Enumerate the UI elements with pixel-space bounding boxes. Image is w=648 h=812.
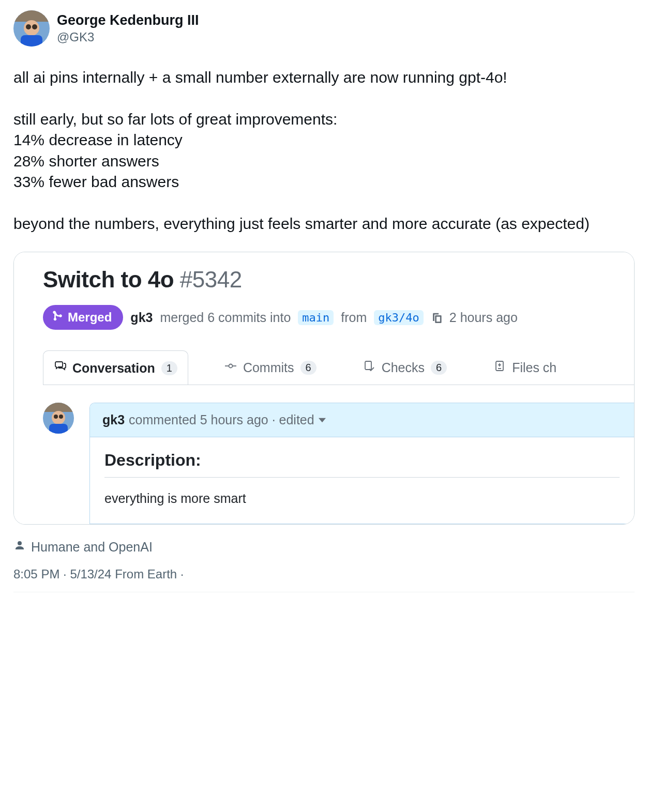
svg-rect-5	[21, 35, 42, 47]
tweet-line: 28% shorter answers	[13, 151, 635, 172]
comment-discussion-icon	[54, 360, 66, 376]
tweet-line: beyond the numbers, everything just feel…	[13, 213, 635, 235]
person-icon	[13, 539, 26, 555]
user-block: George Kedenburg III @GK3	[57, 12, 199, 45]
description-text: everything is more smart	[104, 491, 620, 506]
merged-label: Merged	[68, 310, 112, 325]
checklist-icon	[363, 360, 375, 375]
comment-box: gk3 commented 5 hours ago · edited Descr…	[89, 403, 634, 524]
tab-count: 1	[161, 361, 177, 375]
svg-point-6	[229, 364, 232, 368]
svg-rect-15	[43, 403, 74, 412]
comment-author[interactable]: gk3	[102, 412, 125, 427]
tab-count: 6	[300, 361, 317, 375]
svg-point-18	[59, 415, 63, 419]
tabs-row: Conversation 1 Commits 6 Checks 6	[43, 350, 634, 385]
embedded-card[interactable]: Switch to 4o #5342 Merged gk3 merged 6 c…	[13, 252, 635, 525]
tab-checks[interactable]: Checks 6	[353, 350, 458, 385]
tab-label: Files ch	[512, 360, 556, 375]
pr-title: Switch to 4o #5342	[43, 267, 634, 293]
tweet-line: 33% fewer bad answers	[13, 172, 635, 193]
svg-point-4	[32, 24, 37, 29]
tweet-line: still early, but so far lots of great im…	[13, 109, 635, 130]
comment-body: Description: everything is more smart	[90, 437, 634, 524]
tab-commits[interactable]: Commits 6	[214, 350, 327, 385]
display-name[interactable]: George Kedenburg III	[57, 12, 199, 29]
tweet-line: all ai pins internally + a small number …	[13, 67, 635, 88]
merged-time: 2 hours ago	[449, 310, 518, 325]
tab-files-changed[interactable]: Files ch	[483, 350, 567, 385]
pr-number: #5342	[180, 267, 242, 292]
from-label: from	[341, 310, 367, 325]
comment-area: gk3 commented 5 hours ago · edited Descr…	[43, 385, 634, 524]
base-branch[interactable]: main	[298, 310, 334, 325]
tab-label: Conversation	[72, 361, 155, 376]
tab-count: 6	[431, 361, 447, 375]
timestamp[interactable]: 8:05 PM · 5/13/24 From Earth ·	[13, 567, 635, 592]
description-heading: Description:	[104, 451, 620, 478]
comment-meta: commented 5 hours ago · edited	[129, 412, 314, 427]
svg-point-3	[26, 24, 31, 29]
copy-icon[interactable]	[431, 312, 442, 323]
merged-text: merged 6 commits into	[160, 310, 291, 325]
svg-point-16	[52, 411, 65, 424]
svg-rect-19	[49, 424, 68, 434]
pr-author[interactable]: gk3	[130, 310, 153, 325]
tweet-header: George Kedenburg III @GK3	[13, 10, 635, 47]
alt-text: Humane and OpenAI	[31, 540, 153, 555]
merged-badge: Merged	[43, 305, 123, 330]
handle[interactable]: @GK3	[57, 29, 199, 45]
tweet-line: 14% decrease in latency	[13, 130, 635, 151]
alt-context-row[interactable]: Humane and OpenAI	[13, 539, 635, 555]
head-branch[interactable]: gk3/4o	[374, 310, 423, 325]
tab-label: Commits	[243, 360, 294, 375]
svg-rect-9	[365, 361, 371, 370]
comment-header: gk3 commented 5 hours ago · edited	[90, 403, 634, 437]
git-merge-icon	[52, 310, 64, 325]
comment-avatar[interactable]	[43, 403, 74, 434]
file-diff-icon	[493, 360, 506, 375]
svg-rect-1	[13, 10, 50, 22]
tab-label: Checks	[382, 360, 425, 375]
pr-title-text: Switch to 4o	[43, 267, 174, 292]
tab-conversation[interactable]: Conversation 1	[43, 350, 188, 385]
git-commit-icon	[224, 360, 237, 375]
avatar[interactable]	[13, 10, 50, 47]
pr-meta-row: Merged gk3 merged 6 commits into main fr…	[43, 305, 634, 330]
caret-down-icon[interactable]	[319, 417, 326, 424]
svg-point-17	[54, 415, 58, 419]
tweet-body: all ai pins internally + a small number …	[13, 67, 635, 234]
